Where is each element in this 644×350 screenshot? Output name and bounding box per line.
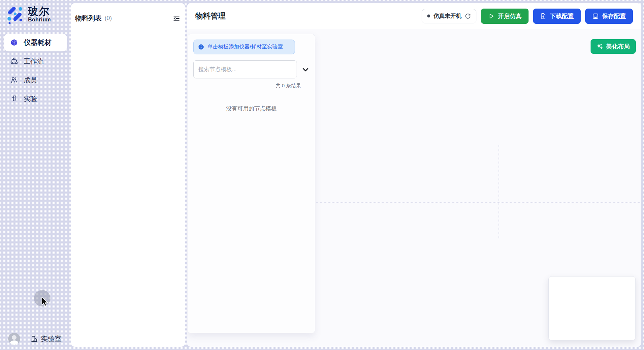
template-info-text: 单击模板添加仪器/耗材至实验室 [208,44,283,50]
start-simulation-label: 开启仿真 [498,12,522,20]
topbar-actions: 仿真未开机 开启仿真 下载配置 [422,9,633,24]
sim-status-pill[interactable]: 仿真未开机 [422,9,476,23]
download-config-label: 下载配置 [550,12,574,20]
template-search-input[interactable] [193,60,297,78]
mouse-cursor [41,297,48,307]
beautify-layout-label: 美化布局 [606,43,630,50]
canvas-minimap[interactable] [548,276,636,340]
brand-name-cn: 玻尔 [28,6,51,17]
sidebar-item-label: 成员 [24,76,37,85]
save-icon [592,13,599,19]
members-icon [10,76,18,84]
start-simulation-button[interactable]: 开启仿真 [481,9,529,24]
main-panel: 物料管理 仿真未开机 开启仿真 下载 [187,3,641,347]
collapse-panel-icon[interactable] [173,15,180,22]
flow-canvas[interactable]: 美化布局 单击模板添加仪器/耗材至实验室 共 0 条结果 没有可用的节点模板 [187,29,641,347]
sidebar-item-label: 工作流 [24,57,44,66]
file-download-icon [540,13,547,19]
sidebar-item-experiments[interactable]: 实验 [4,90,67,108]
sidebar-footer: 实验室 [0,333,71,345]
cube-icon [10,39,18,46]
bohrium-logo-icon [6,5,24,24]
material-list-panel: 物料列表 (0) [71,3,185,347]
save-config-button[interactable]: 保存配置 [585,9,633,24]
building-icon [30,335,38,343]
sidebar-item-label: 仪器耗材 [24,38,51,47]
chevron-down-icon[interactable] [302,66,309,73]
template-info-banner: 单击模板添加仪器/耗材至实验室 [193,40,295,54]
page-title: 物料管理 [195,11,226,21]
sidebar-menu: 仪器耗材 工作流 成员 [4,34,67,108]
node-template-panel: 单击模板添加仪器/耗材至实验室 共 0 条结果 没有可用的节点模板 [188,34,315,333]
brand-text: 玻尔 Bohrium [28,6,51,23]
play-icon [488,13,495,19]
download-config-button[interactable]: 下载配置 [533,9,581,24]
canvas-grid-line-vertical [499,144,499,239]
sim-status-label: 仿真未开机 [434,12,462,20]
template-empty-text: 没有可用的节点模板 [193,105,309,112]
user-avatar[interactable] [8,333,20,345]
material-list-title: 物料列表 [75,14,102,23]
lab-label: 实验室 [41,334,62,343]
beautify-layout-button[interactable]: 美化布局 [591,39,636,54]
brand-name-en: Bohrium [28,17,51,23]
sidebar-item-workflow[interactable]: 工作流 [4,52,67,70]
sidebar: 玻尔 Bohrium 仪器耗材 工作流 [0,0,71,350]
sidebar-item-label: 实验 [24,95,37,103]
lab-entry[interactable]: 实验室 [30,334,62,343]
info-icon [198,44,204,50]
brand-logo[interactable]: 玻尔 Bohrium [0,0,71,24]
template-results-count: 共 0 条结果 [193,83,301,89]
material-list-header: 物料列表 (0) [71,3,185,23]
sidebar-item-instruments[interactable]: 仪器耗材 [4,34,67,51]
topbar: 物料管理 仿真未开机 开启仿真 下载 [187,3,641,29]
refresh-icon[interactable] [465,13,471,19]
canvas-grid-line-horizontal [316,202,641,203]
sidebar-item-members[interactable]: 成员 [4,71,67,89]
save-config-label: 保存配置 [602,12,626,20]
experiment-icon [10,95,18,103]
material-list-count: (0) [105,15,112,22]
status-dot [427,15,430,17]
workflow-icon [10,57,18,65]
sparkles-icon [596,43,603,50]
template-search-row [193,60,309,78]
